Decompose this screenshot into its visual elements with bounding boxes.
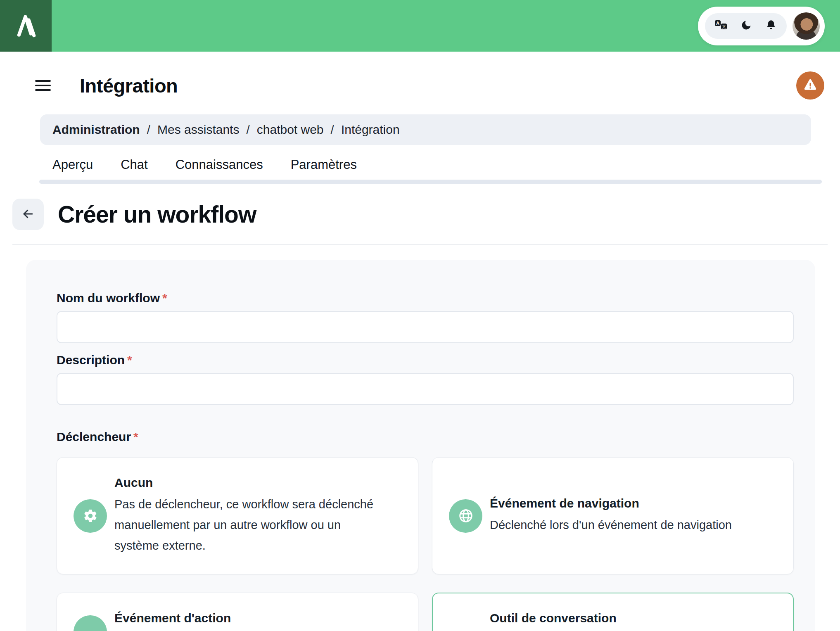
- breadcrumb-separator: /: [147, 123, 150, 137]
- dark-mode-toggle[interactable]: [740, 19, 752, 32]
- app-logo[interactable]: [0, 0, 52, 52]
- required-asterisk: *: [127, 353, 132, 367]
- trigger-option-description: Pas de déclencheur, ce workflow sera déc…: [114, 494, 375, 556]
- workflow-name-label: Nom du workflow*: [57, 291, 794, 305]
- notifications-button[interactable]: [765, 19, 777, 32]
- trigger-option-title: Aucun: [114, 476, 375, 490]
- create-workflow-form: Nom du workflow* Description* Déclencheu…: [26, 260, 815, 631]
- trigger-option-description: Déclenché lors d'un événement de navigat…: [490, 515, 732, 535]
- user-avatar[interactable]: [793, 12, 820, 40]
- trigger-options-grid: Aucun Pas de déclencheur, ce workflow se…: [57, 457, 794, 631]
- required-asterisk: *: [133, 430, 138, 444]
- alert-button[interactable]: [796, 71, 824, 100]
- breadcrumb-separator: /: [331, 123, 334, 137]
- topbar: A 文: [0, 0, 840, 52]
- arrow-left-icon: [21, 207, 35, 222]
- trigger-option-evenement-action[interactable]: Événement d'action: [57, 593, 418, 631]
- globe-icon: [449, 499, 482, 533]
- tab-apercu[interactable]: Aperçu: [52, 157, 93, 172]
- bell-icon: [765, 19, 777, 32]
- breadcrumb-item-integration[interactable]: Intégration: [341, 123, 400, 137]
- trigger-option-evenement-navigation[interactable]: Événement de navigation Déclenché lors d…: [432, 457, 794, 574]
- tab-underline: [39, 180, 822, 184]
- hamburger-icon: [35, 80, 51, 82]
- trigger-option-title: Outil de conversation: [490, 611, 617, 625]
- trigger-option-aucun[interactable]: Aucun Pas de déclencheur, ce workflow se…: [57, 457, 418, 574]
- icon-group: A 文: [705, 13, 787, 39]
- description-input[interactable]: [57, 373, 794, 405]
- breadcrumb: Administration / Mes assistants / chatbo…: [40, 114, 811, 145]
- back-button[interactable]: [12, 199, 44, 230]
- brand-mark-icon: [11, 10, 41, 42]
- svg-text:A: A: [716, 21, 719, 26]
- page-head: Créer un workflow: [12, 199, 840, 230]
- breadcrumb-separator: /: [246, 123, 249, 137]
- tab-parametres[interactable]: Paramètres: [291, 157, 357, 172]
- menu-button[interactable]: [35, 80, 51, 91]
- trigger-circle-icon: [74, 615, 107, 631]
- required-asterisk: *: [162, 291, 167, 305]
- description-label: Description*: [57, 353, 794, 367]
- trigger-option-title: Événement de navigation: [490, 496, 732, 510]
- trigger-option-outil-conversation[interactable]: Outil de conversation: [432, 593, 794, 631]
- tab-connaissances[interactable]: Connaissances: [176, 157, 263, 172]
- breadcrumb-item-administration[interactable]: Administration: [52, 123, 140, 137]
- page-title: Créer un workflow: [58, 201, 256, 228]
- gear-icon: [74, 499, 107, 533]
- svg-text:文: 文: [722, 24, 726, 29]
- page-header: Intégration: [0, 52, 840, 100]
- section-title: Intégration: [80, 74, 178, 97]
- tab-bar: Aperçu Chat Connaissances Paramètres: [52, 157, 840, 172]
- translate-icon: A 文: [715, 20, 727, 32]
- topbar-actions-pill: A 文: [698, 7, 825, 45]
- tab-chat[interactable]: Chat: [121, 157, 147, 172]
- trigger-label: Déclencheur*: [57, 430, 794, 444]
- breadcrumb-item-assistants[interactable]: Mes assistants: [157, 123, 239, 137]
- divider: [12, 244, 828, 245]
- moon-icon: [740, 19, 752, 32]
- breadcrumb-item-chatbot-web[interactable]: chatbot web: [257, 123, 324, 137]
- translate-button[interactable]: A 文: [715, 20, 727, 32]
- warning-triangle-icon: [802, 77, 818, 94]
- trigger-option-title: Événement d'action: [114, 611, 231, 625]
- workflow-name-input[interactable]: [57, 311, 794, 343]
